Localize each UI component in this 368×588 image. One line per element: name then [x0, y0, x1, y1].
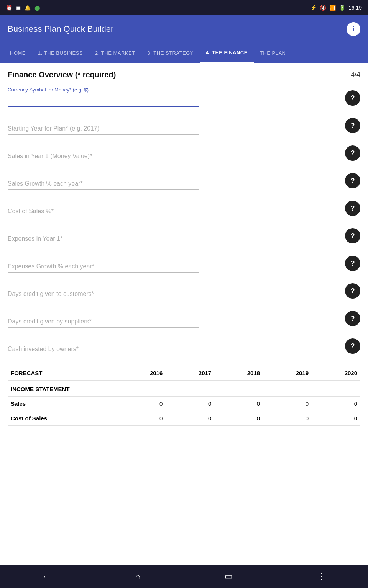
cash-invested-help-button[interactable]: ?	[345, 338, 360, 354]
cost-of-sales-input[interactable]	[8, 206, 199, 217]
battery-icon: 🔋	[339, 5, 345, 11]
sales-2018: 0	[214, 397, 263, 411]
year-2018-header: 2018	[214, 366, 263, 381]
starting-year-help-button[interactable]: ?	[345, 118, 360, 133]
cos-2016: 0	[117, 411, 166, 426]
home-button[interactable]: ⌂	[128, 568, 148, 585]
status-bar-left: ⏰ ▣ 🔔 ⬤	[6, 5, 40, 11]
sales-growth-input[interactable]	[8, 178, 199, 190]
cost-of-sales-row: ?	[8, 201, 360, 217]
forecast-header: FORECAST	[8, 366, 117, 381]
days-credit-suppliers-field-wrap	[8, 316, 341, 328]
expenses-growth-input[interactable]	[8, 261, 199, 273]
section-title: Finance Overview (* required)	[8, 70, 116, 79]
tab-the-finance[interactable]: 4. THE FINANCE	[200, 43, 254, 63]
sales-2016: 0	[117, 397, 166, 411]
days-credit-customers-help-button[interactable]: ?	[345, 283, 360, 299]
days-credit-customers-row: ?	[8, 283, 360, 300]
recent-apps-button[interactable]: ▭	[217, 568, 240, 585]
sales-2019: 0	[263, 397, 312, 411]
currency-row: Currency Symbol for Money* (e.g. $) ?	[8, 87, 360, 107]
year-2017-header: 2017	[166, 366, 214, 381]
sales-2020: 0	[312, 397, 360, 411]
section-progress: 4/4	[351, 71, 360, 79]
back-button[interactable]: ←	[34, 568, 58, 585]
expenses-year1-row: ?	[8, 228, 360, 245]
cash-invested-field-wrap	[8, 343, 341, 355]
status-bar-right: ⚡ 🔇 📶 🔋 16:19	[310, 5, 362, 11]
forecast-table: FORECAST 2016 2017 2018 2019 2020 INCOME…	[8, 366, 360, 426]
wifi-icon: 📶	[329, 5, 336, 11]
sales-year1-input[interactable]	[8, 150, 199, 162]
expenses-growth-help-button[interactable]: ?	[345, 256, 360, 271]
expenses-year1-field-wrap	[8, 233, 341, 245]
days-credit-suppliers-input[interactable]	[8, 316, 199, 328]
expenses-year1-input[interactable]	[8, 233, 199, 245]
time-display: 16:19	[348, 5, 362, 11]
year-2020-header: 2020	[312, 366, 360, 381]
cost-of-sales-label: Cost of Sales	[8, 411, 117, 426]
app-icon: ⬤	[34, 5, 40, 11]
cash-invested-row: ?	[8, 338, 360, 355]
year-2019-header: 2019	[263, 366, 312, 381]
table-header-row: FORECAST 2016 2017 2018 2019 2020	[8, 366, 360, 381]
main-content: Finance Overview (* required) 4/4 Curren…	[0, 63, 368, 464]
table-row: Sales 0 0 0 0 0	[8, 397, 360, 411]
currency-help-button[interactable]: ?	[345, 90, 360, 106]
sales-year1-field-wrap	[8, 150, 341, 162]
status-bar: ⏰ ▣ 🔔 ⬤ ⚡ 🔇 📶 🔋 16:19	[0, 0, 368, 15]
cos-2020: 0	[312, 411, 360, 426]
bottom-nav: ← ⌂ ▭ ⋮	[0, 565, 368, 588]
currency-label: Currency Symbol for Money* (e.g. $)	[8, 87, 341, 93]
tab-the-business[interactable]: 1. THE BUSINESS	[32, 43, 89, 63]
days-credit-customers-input[interactable]	[8, 288, 199, 300]
starting-year-input[interactable]	[8, 123, 199, 135]
days-credit-suppliers-help-button[interactable]: ?	[345, 311, 360, 326]
income-statement-label: INCOME STATEMENT	[8, 381, 360, 397]
cos-2018: 0	[214, 411, 263, 426]
notification-icon: 🔔	[25, 5, 31, 11]
days-credit-suppliers-row: ?	[8, 311, 360, 328]
tab-home[interactable]: HOME	[4, 43, 32, 63]
sales-2017: 0	[166, 397, 214, 411]
more-options-button[interactable]: ⋮	[310, 568, 334, 585]
sales-growth-field-wrap	[8, 178, 341, 190]
expenses-year1-help-button[interactable]: ?	[345, 228, 360, 243]
cost-of-sales-field-wrap	[8, 206, 341, 217]
sales-growth-help-button[interactable]: ?	[345, 173, 360, 188]
currency-input[interactable]	[8, 95, 199, 107]
cos-2017: 0	[166, 411, 214, 426]
app-bar: Business Plan Quick Builder i	[0, 15, 368, 43]
sales-label: Sales	[8, 397, 117, 411]
app-bar-title: Business Plan Quick Builder	[8, 24, 113, 34]
info-button[interactable]: i	[347, 22, 360, 36]
starting-year-row: ?	[8, 118, 360, 135]
expenses-growth-row: ?	[8, 256, 360, 273]
sales-growth-row: ?	[8, 173, 360, 190]
tab-the-market[interactable]: 2. THE MARKET	[89, 43, 141, 63]
expenses-growth-field-wrap	[8, 261, 341, 273]
income-statement-section-row: INCOME STATEMENT	[8, 381, 360, 397]
tablet-icon: ▣	[16, 5, 21, 11]
cost-of-sales-help-button[interactable]: ?	[345, 201, 360, 216]
starting-year-field-wrap	[8, 123, 341, 135]
tab-the-strategy[interactable]: 3. THE STRATEGY	[141, 43, 200, 63]
cos-2019: 0	[263, 411, 312, 426]
section-header: Finance Overview (* required) 4/4	[8, 70, 360, 79]
nav-tabs: HOME 1. THE BUSINESS 2. THE MARKET 3. TH…	[0, 43, 368, 63]
mute-icon: 🔇	[320, 5, 326, 11]
alarm-icon: ⏰	[6, 5, 12, 11]
cash-invested-input[interactable]	[8, 343, 199, 355]
currency-field-wrap: Currency Symbol for Money* (e.g. $)	[8, 87, 341, 107]
sales-year1-row: ?	[8, 145, 360, 162]
tab-the-plan[interactable]: THE PLAN	[254, 43, 292, 63]
sales-year1-help-button[interactable]: ?	[345, 145, 360, 161]
bluetooth-icon: ⚡	[310, 5, 317, 11]
days-credit-customers-field-wrap	[8, 288, 341, 300]
year-2016-header: 2016	[117, 366, 166, 381]
table-row: Cost of Sales 0 0 0 0 0	[8, 411, 360, 426]
